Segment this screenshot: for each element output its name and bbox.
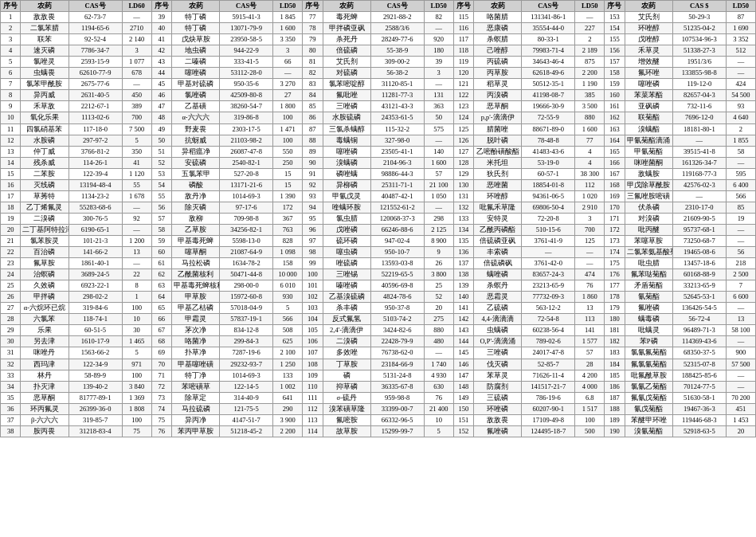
table-cell: 83 bbox=[303, 79, 323, 90]
table-cell: p,p'-滴滴伊 bbox=[474, 112, 522, 123]
table-cell: 咪唑丹 bbox=[21, 347, 69, 359]
table-cell: 77 bbox=[575, 135, 605, 146]
table-cell: 100 bbox=[273, 112, 303, 123]
table-cell: 480 bbox=[424, 336, 453, 347]
table-cell: 93 bbox=[303, 190, 323, 202]
table-cell: 苯醚甲环唑 bbox=[625, 414, 672, 425]
table-cell: 105 bbox=[303, 325, 323, 336]
table-cell: 26 bbox=[1, 292, 21, 303]
table-cell: 162 bbox=[605, 112, 625, 123]
table-cell: 14 bbox=[1, 157, 21, 168]
table-cell: 4147-51-7 bbox=[220, 414, 273, 425]
table-cell: 敌敌畏 bbox=[21, 12, 69, 23]
table-cell: 74 bbox=[151, 403, 171, 414]
table-cell: 23950-58-5 bbox=[220, 34, 273, 45]
table-cell: 298-02-2 bbox=[69, 292, 122, 303]
table-cell: 13 bbox=[1, 146, 21, 157]
table-cell: 增效醚 bbox=[625, 57, 672, 68]
table-cell: 100 bbox=[122, 370, 151, 381]
table-cell: 141 bbox=[575, 325, 605, 336]
table-cell: 虫螨畏 bbox=[21, 68, 69, 79]
table-cell: 虫螨磷 bbox=[474, 325, 522, 336]
table-cell: 氯苯胺灵 bbox=[21, 235, 69, 246]
table-cell: α-六烷环已烷 bbox=[21, 303, 69, 314]
table-cell: 乙嘧酚磺酸酯 bbox=[474, 146, 522, 157]
table-cell: 156 bbox=[605, 45, 625, 57]
table-cell: 1 600 bbox=[575, 123, 605, 135]
table-cell: 乙基磺 bbox=[171, 101, 219, 112]
table-cell: 474 bbox=[575, 269, 605, 280]
table-cell: 118-74-1 bbox=[69, 314, 122, 325]
table-cell: 142 bbox=[453, 314, 473, 325]
table-cell: 82 bbox=[424, 12, 453, 23]
table-cell: 250 bbox=[273, 157, 303, 168]
table-cell: 草莠特 bbox=[21, 190, 69, 202]
table-row: 10氧化乐果1113-02-670048α-六六六319-86-810086水胺… bbox=[1, 112, 756, 123]
table-cell: 吡氟酰草胺 bbox=[625, 370, 672, 381]
table-cell: 治螟磷 bbox=[21, 269, 69, 280]
table-cell: 34643-46-4 bbox=[522, 57, 575, 68]
table-cell: 5 bbox=[122, 135, 151, 146]
table-cell: 950-37-8 bbox=[370, 303, 424, 314]
table-cell: 19 bbox=[726, 213, 755, 224]
table-cell: 550 bbox=[273, 146, 303, 157]
table-cell: 1134-23-2 bbox=[69, 190, 122, 202]
table-cell: 矛盾菊酯 bbox=[625, 280, 672, 292]
table-row: 33林丹58-89-910071特丁净1014-69-3133109磷5131-… bbox=[1, 370, 756, 381]
table-cell: 3 350 bbox=[273, 34, 303, 45]
table-cell: — bbox=[424, 347, 453, 359]
table-cell: 速灭磷 bbox=[21, 45, 69, 57]
table-cell: 319-85-7 bbox=[69, 414, 122, 425]
table-cell: 7287-19-6 bbox=[220, 347, 273, 359]
table-cell: 1861-40-1 bbox=[69, 258, 122, 269]
table-cell: 米托坦 bbox=[474, 157, 522, 168]
table-cell: 971 bbox=[122, 359, 151, 370]
table-cell: 115-32-2 bbox=[370, 123, 424, 135]
table-cell: 丙硫磷 bbox=[474, 57, 522, 68]
table-cell: 319-86-8 bbox=[220, 112, 273, 123]
table-cell: 24353-61-5 bbox=[370, 112, 424, 123]
table-cell: 恶草酮 bbox=[474, 101, 522, 112]
table-cell: 2,4'-滴滴伊 bbox=[323, 325, 370, 336]
table-cell: 地虫磷 bbox=[171, 45, 219, 57]
table-cell: 144 bbox=[453, 336, 473, 347]
table-cell: 147 bbox=[453, 370, 473, 381]
table-cell: 66246-88-6 bbox=[370, 224, 424, 235]
table-cell: 9 bbox=[1, 101, 21, 112]
table-cell: 53 bbox=[151, 168, 171, 179]
table-cell: 40 bbox=[151, 23, 171, 34]
table-cell: 169 bbox=[605, 190, 625, 202]
table-cell: 安特灵 bbox=[474, 213, 522, 224]
table-cell: 2631-40-5 bbox=[69, 90, 122, 101]
table-cell: 88671-89-0 bbox=[522, 123, 575, 135]
header-cas1: CAS号 bbox=[69, 1, 122, 12]
table-cell: 153 bbox=[605, 12, 625, 23]
table-cell: 1610-17-9 bbox=[69, 336, 122, 347]
table-cell: 苯嘧磺草 bbox=[171, 381, 219, 392]
table-cell: 氟吡唑 bbox=[323, 90, 370, 101]
table-row: 5氯唑灵2593-15-91 07743二嗪磷333-41-56681艾氏剂30… bbox=[1, 57, 756, 68]
table-cell: 297-97-2 bbox=[69, 135, 122, 146]
table-cell: 溴螨磷 bbox=[323, 157, 370, 168]
table-cell: 185 bbox=[605, 370, 625, 381]
table-cell: 2303-17-5 bbox=[220, 123, 273, 135]
header-seq5: 序号 bbox=[605, 1, 625, 12]
table-cell: 174 bbox=[605, 247, 625, 258]
table-cell: 1 860 bbox=[575, 292, 605, 303]
table-cell: 115 bbox=[453, 12, 473, 23]
table-cell: 55 bbox=[151, 190, 171, 202]
table-cell: 2 200 bbox=[273, 425, 303, 437]
table-cell: 水胺硫磷 bbox=[323, 112, 370, 123]
table-cell: 苯噻草胺 bbox=[625, 235, 672, 246]
table-cell: 129 bbox=[453, 168, 473, 179]
table-cell: 56-38-2 bbox=[370, 68, 424, 79]
table-row: 22百治磷141-66-21360噻草酮21087-64-91 09898噻虫磷… bbox=[1, 247, 756, 258]
table-cell: 灭线磷 bbox=[21, 179, 69, 190]
table-cell: 乙草胺 bbox=[171, 224, 219, 235]
table-cell: 178 bbox=[605, 292, 625, 303]
table-cell: 109 bbox=[303, 370, 323, 381]
table-cell: 176 bbox=[605, 269, 625, 280]
table-cell: 1951/3/6 bbox=[672, 57, 726, 68]
table-cell: 300-76-5 bbox=[69, 213, 122, 224]
table-cell: 17 bbox=[1, 190, 21, 202]
